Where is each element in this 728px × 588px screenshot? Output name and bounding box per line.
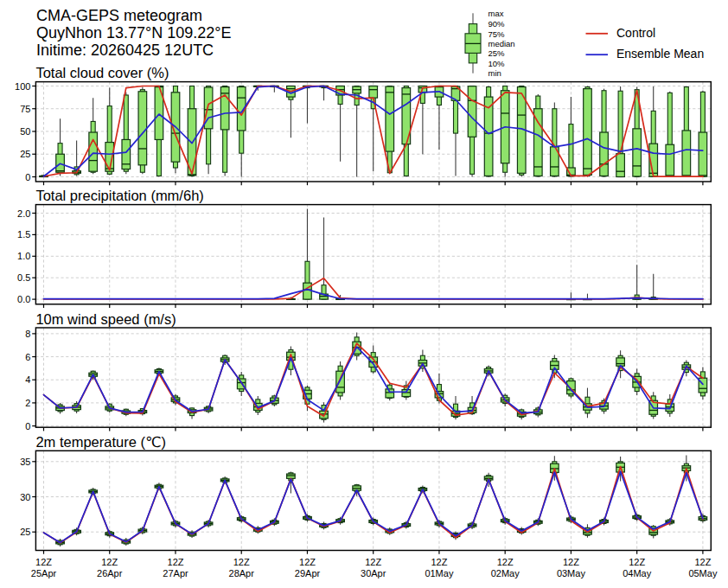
svg-text:25: 25	[20, 527, 30, 537]
svg-text:0: 0	[25, 172, 30, 182]
svg-text:25Apr: 25Apr	[31, 568, 57, 578]
svg-text:6: 6	[25, 352, 30, 362]
svg-text:2: 2	[25, 398, 30, 408]
svg-text:25%: 25%	[489, 48, 506, 58]
svg-text:8: 8	[25, 329, 30, 339]
svg-text:12Z: 12Z	[563, 557, 579, 567]
svg-text:10m wind speed (m/s): 10m wind speed (m/s)	[35, 311, 176, 327]
svg-text:35: 35	[20, 457, 30, 467]
svg-text:0.0: 0.0	[17, 294, 30, 304]
svg-text:90%: 90%	[489, 19, 506, 29]
svg-text:26Apr: 26Apr	[97, 568, 123, 578]
svg-text:12Z: 12Z	[694, 557, 711, 567]
svg-text:median: median	[489, 39, 515, 48]
svg-text:100: 100	[15, 81, 30, 92]
svg-text:50: 50	[20, 126, 30, 137]
svg-text:12Z: 12Z	[299, 557, 316, 567]
svg-text:Ensemble Mean: Ensemble Mean	[616, 47, 704, 61]
svg-text:75: 75	[20, 104, 30, 114]
svg-text:04May: 04May	[623, 568, 652, 578]
svg-text:12Z: 12Z	[35, 557, 52, 567]
svg-text:05May: 05May	[688, 568, 718, 578]
svg-text:Total cloud cover (%): Total cloud cover (%)	[35, 65, 169, 80]
svg-text:29Apr: 29Apr	[295, 568, 321, 578]
svg-text:12Z: 12Z	[233, 557, 250, 567]
svg-text:28Apr: 28Apr	[229, 568, 255, 578]
svg-text:12Z: 12Z	[431, 557, 447, 567]
svg-text:01May: 01May	[425, 568, 454, 578]
svg-text:1.5: 1.5	[17, 229, 30, 240]
svg-text:02May: 02May	[491, 568, 520, 578]
svg-text:25: 25	[20, 149, 30, 159]
svg-text:QuyNhon 13.77°N 109.22°E: QuyNhon 13.77°N 109.22°E	[36, 24, 232, 42]
svg-text:12Z: 12Z	[629, 557, 645, 567]
svg-text:1.0: 1.0	[17, 251, 30, 261]
svg-text:max: max	[489, 9, 504, 18]
svg-text:27Apr: 27Apr	[163, 568, 188, 578]
svg-text:Total precipitation (mm/6h): Total precipitation (mm/6h)	[35, 188, 203, 203]
svg-text:Initime: 20260425 12UTC: Initime: 20260425 12UTC	[36, 42, 214, 59]
svg-text:30Apr: 30Apr	[361, 568, 386, 578]
svg-text:12Z: 12Z	[101, 557, 118, 567]
svg-text:12Z: 12Z	[168, 557, 184, 567]
svg-text:CMA-GEPS meteogram: CMA-GEPS meteogram	[36, 7, 202, 24]
svg-text:75%: 75%	[489, 29, 506, 39]
svg-text:30: 30	[20, 492, 30, 502]
svg-text:03May: 03May	[557, 568, 586, 578]
svg-text:4: 4	[25, 374, 30, 385]
svg-text:0.5: 0.5	[17, 272, 30, 283]
svg-text:12Z: 12Z	[365, 557, 381, 567]
svg-text:2.0: 2.0	[17, 208, 30, 219]
svg-text:Control: Control	[616, 26, 655, 40]
svg-text:0: 0	[25, 421, 30, 431]
svg-text:min: min	[489, 68, 501, 78]
svg-text:2m temperature (℃): 2m temperature (℃)	[35, 434, 166, 450]
svg-text:12Z: 12Z	[497, 557, 514, 567]
svg-text:10%: 10%	[489, 59, 506, 68]
